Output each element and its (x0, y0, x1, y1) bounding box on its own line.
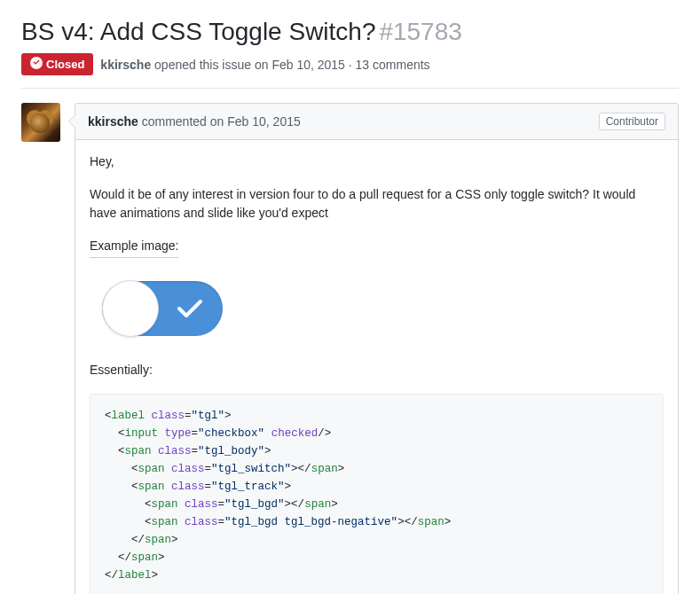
closed-icon (30, 57, 43, 72)
role-badge: Contributor (599, 113, 665, 130)
comment-author-link[interactable]: kkirsche (88, 114, 138, 129)
example-label-wrap: Example image: (90, 237, 664, 267)
issue-title-row: BS v4: Add CSS Toggle Switch? #15783 (21, 18, 679, 46)
essentially-label: Essentially: (90, 361, 664, 379)
example-label: Example image: (90, 237, 178, 258)
check-icon (177, 297, 203, 325)
opened-date: on Feb 10, 2015 (255, 58, 345, 72)
status-label: Closed (46, 58, 84, 71)
issue-title: BS v4: Add CSS Toggle Switch? (21, 18, 376, 45)
comment-date: on Feb 10, 2015 (210, 114, 301, 129)
issue-opener-link[interactable]: kkirsche (100, 58, 151, 72)
code-block: <label class="tgl"> <input type="checkbo… (90, 394, 664, 594)
comment-count: 13 comments (356, 58, 430, 72)
greeting: Hey, (90, 152, 664, 171)
opened-verb: opened this issue (154, 58, 251, 72)
comment-action: commented (142, 114, 207, 129)
toggle-switch-image (102, 281, 223, 336)
issue-number: #15783 (379, 18, 461, 45)
comment-header-left: kkirsche commented on Feb 10, 2015 (88, 114, 301, 129)
avatar[interactable] (21, 103, 60, 142)
comment-body: Hey, Would it be of any interest in vers… (75, 140, 678, 594)
issue-meta-row: Closed kkirsche opened this issue on Feb… (21, 53, 679, 89)
status-badge-closed: Closed (21, 53, 93, 75)
comment-box: kkirsche commented on Feb 10, 2015 Contr… (75, 103, 679, 594)
paragraph-1: Would it be of any interest in version f… (90, 185, 664, 223)
timeline: kkirsche commented on Feb 10, 2015 Contr… (21, 103, 679, 594)
comment-header: kkirsche commented on Feb 10, 2015 Contr… (75, 104, 678, 140)
toggle-knob (102, 280, 159, 337)
issue-meta-text: kkirsche opened this issue on Feb 10, 20… (100, 58, 429, 72)
